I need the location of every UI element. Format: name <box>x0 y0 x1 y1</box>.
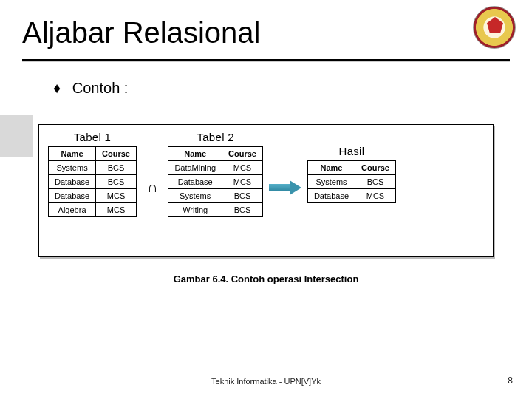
table-result: Hasil Name Course SystemsBCS DatabaseMCS <box>307 145 396 203</box>
table-row: DatabaseMCS <box>168 175 263 189</box>
university-logo <box>473 6 516 49</box>
table-1: Tabel 1 Name Course SystemsBCS DatabaseB… <box>48 131 137 217</box>
table-row: AlgebraMCS <box>49 203 137 217</box>
left-accent-bar <box>0 115 33 157</box>
footer-text: Teknik Informatika - UPN[V]Yk <box>0 377 532 386</box>
bullet-contoh: ♦ Contoh : <box>53 80 128 97</box>
table-row: DatabaseBCS <box>49 175 137 189</box>
arrow-icon <box>269 182 301 194</box>
table-row: SystemsBCS <box>307 175 395 189</box>
table-1-header-course: Course <box>96 147 137 161</box>
table-2-title: Tabel 2 <box>168 131 263 143</box>
table-row: DatabaseMCS <box>307 189 395 203</box>
slide-title: Aljabar Relasional <box>22 16 260 50</box>
title-underline <box>22 59 510 61</box>
table-2: Tabel 2 Name Course DataMiningMCS Databa… <box>168 131 263 217</box>
bullet-text: Contoh : <box>72 80 129 96</box>
bullet-marker: ♦ <box>53 80 61 96</box>
table-row: SystemsBCS <box>168 189 263 203</box>
intersection-symbol: ∩ <box>143 179 162 196</box>
page-number: 8 <box>508 375 513 386</box>
table-result-header-name: Name <box>307 161 355 175</box>
table-result-header-course: Course <box>355 161 396 175</box>
table-1-title: Tabel 1 <box>48 131 137 143</box>
diagram-container: Tabel 1 Name Course SystemsBCS DatabaseB… <box>38 124 494 257</box>
table-2-header-name: Name <box>168 147 222 161</box>
table-row: DataMiningMCS <box>168 161 263 175</box>
table-row: DatabaseMCS <box>49 189 137 203</box>
table-row: WritingBCS <box>168 203 263 217</box>
table-1-header-name: Name <box>49 147 96 161</box>
table-row: SystemsBCS <box>49 161 137 175</box>
table-2-header-course: Course <box>222 147 263 161</box>
table-result-title: Hasil <box>307 145 396 157</box>
figure-caption: Gambar 6.4. Contoh operasi Intersection <box>0 273 532 284</box>
